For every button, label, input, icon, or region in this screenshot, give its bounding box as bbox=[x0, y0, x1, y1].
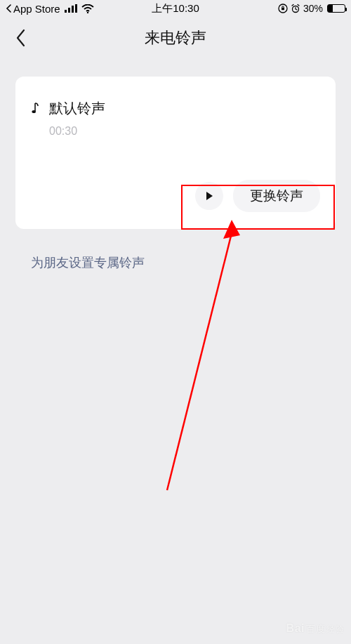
status-left: App Store bbox=[6, 3, 94, 15]
play-button[interactable] bbox=[195, 182, 223, 210]
svg-rect-0 bbox=[65, 10, 67, 13]
ringtone-card: 默认铃声 00:30 更换铃声 bbox=[15, 77, 336, 229]
change-ringtone-button[interactable]: 更换铃声 bbox=[233, 180, 320, 212]
set-friend-ringtone-link[interactable]: 为朋友设置专属铃声 bbox=[31, 256, 145, 270]
play-icon bbox=[204, 190, 215, 202]
svg-rect-2 bbox=[72, 6, 74, 13]
page-title: 来电铃声 bbox=[145, 27, 206, 48]
music-note-icon bbox=[31, 102, 41, 117]
battery-percent-label: 30% bbox=[303, 3, 323, 14]
chevron-left-icon bbox=[15, 29, 27, 47]
alarm-icon bbox=[291, 4, 300, 13]
status-bar: App Store 上午10:30 30% bbox=[0, 0, 351, 17]
wifi-icon bbox=[81, 4, 94, 13]
svg-rect-1 bbox=[68, 8, 70, 13]
orientation-lock-icon bbox=[278, 4, 288, 13]
svg-rect-3 bbox=[75, 4, 77, 13]
ringtone-row: 默认铃声 bbox=[31, 99, 320, 118]
svg-point-4 bbox=[87, 11, 88, 13]
battery-icon bbox=[327, 4, 345, 13]
watermark-sub: 经验 bbox=[326, 624, 344, 636]
back-button[interactable] bbox=[11, 28, 31, 48]
nav-bar: 来电铃声 bbox=[0, 17, 351, 59]
svg-line-9 bbox=[167, 233, 232, 490]
card-actions: 更换铃声 bbox=[31, 180, 320, 212]
ringtone-duration: 00:30 bbox=[49, 125, 320, 138]
chevron-left-icon bbox=[6, 4, 12, 13]
cellular-icon bbox=[65, 4, 77, 13]
status-right: 30% bbox=[278, 3, 345, 14]
previous-app-pill[interactable]: App Store bbox=[6, 3, 60, 15]
svg-point-8 bbox=[32, 110, 36, 113]
previous-app-label: App Store bbox=[13, 3, 60, 15]
watermark: Bai 百度 经验 bbox=[286, 622, 344, 636]
watermark-brand: Bai bbox=[286, 622, 305, 635]
watermark-brand2: 百度 bbox=[306, 623, 325, 636]
ringtone-name: 默认铃声 bbox=[49, 99, 105, 118]
svg-rect-6 bbox=[282, 8, 284, 10]
friend-ringtone-row: 为朋友设置专属铃声 bbox=[15, 254, 336, 271]
status-time: 上午10:30 bbox=[152, 2, 199, 15]
